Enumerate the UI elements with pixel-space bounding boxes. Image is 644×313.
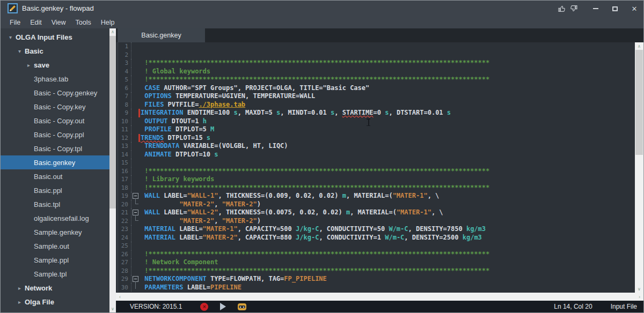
sidebar-item-olga-file[interactable]: ▸Olga File xyxy=(1,295,109,309)
code-text[interactable]: INTEGRATION ENDTIME=100 s, MAXDT=5 s, MI… xyxy=(141,109,451,117)
sidebar-item-basic[interactable]: ▾Basic xyxy=(1,44,109,58)
code-text[interactable]: NETWORKCOMPONENT TYPE=FLOWPATH, TAG=FP_P… xyxy=(141,275,327,284)
code-text[interactable]: ! Library keywords xyxy=(141,175,214,184)
code-text[interactable]: FILES PVTFILE=./3phase.tab xyxy=(141,101,245,109)
code-text[interactable]: CASE AUTHOR="SPT Groups", PROJECT=OLGA, … xyxy=(141,84,369,93)
code-text[interactable]: MATERIAL LABEL="MATER-1", CAPACITY=500 J… xyxy=(141,225,486,234)
scroll-down-icon[interactable]: ∨ xyxy=(635,285,643,293)
sidebar-item-olga2-examples[interactable]: ▸Olga2 Examples xyxy=(1,309,109,312)
scroll-right-icon[interactable]: › xyxy=(639,294,640,300)
sidebar-item-basic-out[interactable]: Basic.out xyxy=(1,169,109,183)
line-number: 28 xyxy=(118,267,131,275)
menu-file[interactable]: File xyxy=(5,19,25,26)
gutter-fold-cell xyxy=(131,175,141,184)
tree-collapsed-icon[interactable]: ▸ xyxy=(16,285,23,291)
sidebar-item-sample-out[interactable]: Sample.out xyxy=(1,239,109,253)
menu-edit[interactable]: Edit xyxy=(25,19,47,26)
stop-error-icon[interactable]: ✕ xyxy=(200,303,208,311)
code-text[interactable]: !***************************************… xyxy=(141,167,489,176)
tree-collapsed-icon[interactable]: ▸ xyxy=(16,299,23,305)
maximize-button[interactable] xyxy=(611,5,619,12)
line-number: 24 xyxy=(118,234,131,242)
code-text[interactable]: "MATER-2", "MATER-2") xyxy=(141,200,261,209)
line-number: 18 xyxy=(118,184,131,192)
code-token: , CONDUCTIVITY=50 xyxy=(319,225,389,233)
scroll-down-icon[interactable]: ∨ xyxy=(109,305,116,312)
code-token: PVTFILE= xyxy=(164,101,199,108)
code-line: 21 WALL LABEL="WALL-2", THICKNESS=(0.007… xyxy=(118,208,635,217)
code-text[interactable]: !***************************************… xyxy=(141,76,489,84)
code-token: "MATER-1" xyxy=(203,225,238,233)
run-icon[interactable] xyxy=(220,303,226,310)
code-token: , MAXDT=5 xyxy=(238,109,276,116)
sidebar-scrollbar-thumb[interactable] xyxy=(109,36,116,208)
sidebar-item-basic-copy-out[interactable]: Basic - Copy.out xyxy=(1,114,109,128)
code-text[interactable]: !***************************************… xyxy=(141,250,489,259)
code-text[interactable]: PARAMETERS LABEL=PIPELINE xyxy=(141,284,241,292)
code-text[interactable]: ANIMATE DTPLOT=10 s xyxy=(141,151,218,159)
tab-basic-genkey[interactable]: Basic.genkey xyxy=(118,28,205,42)
code-text[interactable]: MATERIAL LABEL="MATER-2", CAPACITY=880 J… xyxy=(141,234,482,242)
code-line: 10 OUTPUT DTOUT=1 h xyxy=(118,117,635,126)
code-text[interactable]: !***************************************… xyxy=(141,184,489,192)
sidebar-item-label: OLGA Input Files xyxy=(16,33,72,41)
code-line: 14 ANIMATE DTPLOT=10 s xyxy=(118,151,635,159)
sidebar-item-olga-input-files[interactable]: ▾OLGA Input Files xyxy=(1,30,109,44)
code-text[interactable]: ! Global keywords xyxy=(141,68,210,76)
scroll-up-icon[interactable]: ∧ xyxy=(109,28,116,35)
code-editor[interactable]: 123 !***********************************… xyxy=(116,42,635,292)
code-text[interactable]: "MATER-2", "MATER-2") xyxy=(141,217,261,226)
tree-expanded-icon[interactable]: ▾ xyxy=(16,48,23,54)
sidebar-item-network[interactable]: ▸Network xyxy=(1,281,109,295)
sidebar-item-save[interactable]: ▸save xyxy=(1,58,109,72)
minimize-button[interactable] xyxy=(592,5,599,12)
sidebar-item-basic-tpl[interactable]: Basic.tpl xyxy=(1,197,109,211)
fold-continuation-line xyxy=(135,198,138,204)
code-text[interactable]: TRENDS DTPLOT=15 s xyxy=(141,134,210,143)
code-text[interactable]: OUTPUT DTOUT=1 h xyxy=(141,117,207,126)
code-text[interactable]: !***************************************… xyxy=(141,267,489,275)
menu-view[interactable]: View xyxy=(47,19,71,26)
code-text[interactable]: OPTIONS TEMPERATURE=UGIVEN, TEMPERATURE=… xyxy=(141,92,315,101)
sidebar-item-basic-copy-ppl[interactable]: Basic - Copy.ppl xyxy=(1,128,109,141)
bot-icon[interactable] xyxy=(238,303,246,310)
code-text[interactable]: ! Network Component xyxy=(141,258,218,267)
scroll-left-icon[interactable]: ‹ xyxy=(119,294,121,300)
tree-expanded-icon[interactable]: ▾ xyxy=(7,34,14,40)
menu-help[interactable]: Help xyxy=(96,19,120,26)
sidebar-item-basic-ppl[interactable]: Basic.ppl xyxy=(1,183,109,197)
close-button[interactable]: ✕ xyxy=(631,5,638,12)
editor-vscrollbar[interactable]: ∧ ∨ xyxy=(635,42,643,293)
code-text[interactable]: TRENDDATA VARIABLE=(VOLGBL, HT, LIQC) xyxy=(141,142,288,151)
line-number: 4 xyxy=(118,68,131,76)
menu-tools[interactable]: Tools xyxy=(71,19,96,26)
sidebar-item-basic-copy-genkey[interactable]: Basic - Copy.genkey xyxy=(1,86,109,100)
code-text[interactable]: WALL LABEL="WALL-2", THICKNESS=(0.0075, … xyxy=(141,208,443,217)
sidebar-item-sample-tpl[interactable]: Sample.tpl xyxy=(1,267,109,281)
sidebar-item-sample-ppl[interactable]: Sample.ppl xyxy=(1,253,109,267)
code-token: DTPLOT=5 xyxy=(172,125,210,133)
code-line: 25 xyxy=(118,242,635,250)
code-text[interactable]: PROFILE DTPLOT=5 M xyxy=(141,125,214,134)
gutter-fold-cell xyxy=(131,101,141,109)
gutter-fold-cell xyxy=(131,117,141,126)
tree-collapsed-icon[interactable]: ▸ xyxy=(25,62,32,68)
thumbs-up-icon[interactable] xyxy=(558,4,566,13)
sidebar-item-basic-copy-key[interactable]: Basic - Copy.key xyxy=(1,100,109,114)
sidebar-item-label: Basic.genkey xyxy=(34,159,75,167)
sidebar-item-sample-genkey[interactable]: Sample.genkey xyxy=(1,225,109,239)
code-token: CASE xyxy=(144,84,160,92)
scroll-up-icon[interactable]: ∧ xyxy=(635,42,643,50)
code-token: TRENDDATA xyxy=(144,142,179,150)
code-token: LABEL= xyxy=(175,225,203,233)
sidebar-item-basic-copy-tpl[interactable]: Basic - Copy.tpl xyxy=(1,141,109,155)
sidebar-item-3phase-tab[interactable]: 3phase.tab xyxy=(1,72,109,86)
code-text[interactable]: WALL LABEL="WALL-1", THICKNESS=(0.009, 0… xyxy=(141,192,439,200)
sidebar-item-olgalicensefail-log[interactable]: olgalicensefail.log xyxy=(1,211,109,225)
thumbs-down-icon[interactable] xyxy=(569,4,578,13)
editor-vscrollbar-thumb[interactable] xyxy=(635,50,643,155)
code-text[interactable]: !***************************************… xyxy=(141,59,489,68)
editor-hscrollbar[interactable]: ‹ › xyxy=(116,293,643,301)
sidebar-item-basic-genkey[interactable]: Basic.genkey xyxy=(1,155,109,169)
sidebar-scrollbar[interactable]: ∧ ∨ xyxy=(109,28,116,312)
